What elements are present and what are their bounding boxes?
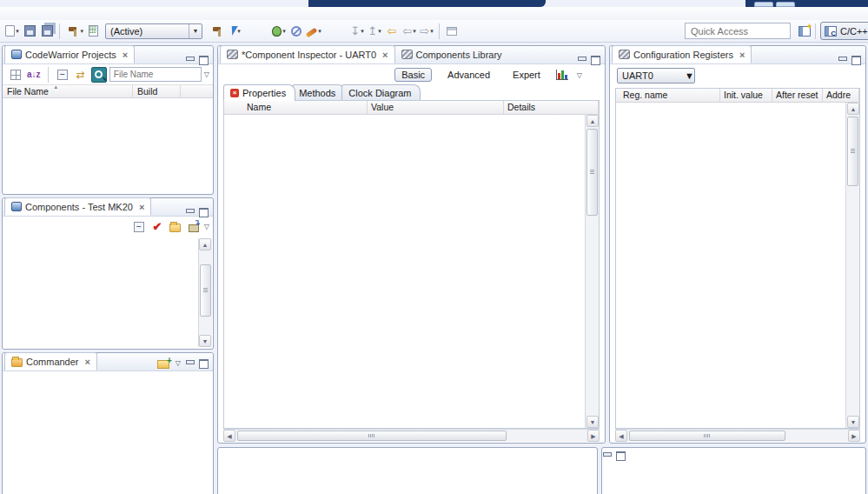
maximize-button[interactable] [591,56,600,63]
minimize-button[interactable] [577,56,586,63]
device-select[interactable]: UART0 ▼ [617,68,695,83]
bottom-right-panel [601,447,866,494]
minimize-button[interactable] [602,451,612,459]
import-project-button[interactable] [156,355,171,370]
new-file-icon [5,25,15,37]
mode-expert-button[interactable]: Expert [506,68,547,82]
quick-access-input[interactable] [685,23,791,39]
scrollbar-horizontal[interactable]: ◀ ▶ [223,429,600,442]
minimize-button[interactable] [838,56,847,63]
save-button[interactable] [21,23,38,40]
view-menu-icon[interactable]: ▽ [204,223,209,230]
flash-programmer-button[interactable]: ▾ [305,23,322,40]
last-edit-location-button[interactable]: ↧▾ [348,23,366,40]
build-button[interactable]: ▾ [67,23,84,40]
view-menu-icon[interactable]: ▽ [204,70,209,78]
column-init-value[interactable]: Init. value [720,89,772,102]
properties-table: Name Value Details ▲ ▼ [223,100,600,429]
combo-arrow-icon: ▼ [189,24,202,38]
subtab-properties[interactable]: × Properties [223,84,295,101]
open-folder-icon [157,360,169,369]
column-name[interactable]: Name [224,101,368,114]
tab-codewarrior-projects[interactable]: CodeWarrior Projects × [4,45,135,63]
mode-advanced-button[interactable]: Advanced [441,68,497,82]
file-name-filter-input[interactable] [109,67,202,82]
debug-launch-button[interactable]: ▾ [227,23,244,40]
projects-panel: CodeWarrior Projects × a↓z − ⇄ ▽ File Na… [2,45,214,195]
sort-button[interactable]: a↓z [26,67,42,83]
go-into-button[interactable]: ↥▾ [366,23,383,40]
scrollbar-vertical[interactable]: ▲ ▼ [585,115,599,428]
component-icon [401,50,413,59]
back-history-button[interactable]: ⇦ [383,23,401,40]
flash-file-button[interactable]: 010110 [84,23,102,40]
minimize-button[interactable] [185,359,195,367]
tab-components[interactable]: Components - Test MK20 × [4,197,151,216]
column-file-name[interactable]: File Name [3,85,133,97]
main-toolbar: ▾ ▾ 010110 (Active) ▼ ▾ ▾ ▾ ↧▾ ↥▾ ⇦ ⇦▾ ⇨… [0,20,868,43]
flash-run-icon [306,28,318,38]
view-layout-button[interactable] [8,67,23,83]
scrollbar-horizontal[interactable]: ◀ ▶ [615,429,860,442]
close-icon[interactable]: × [382,50,388,60]
build-config-select[interactable]: (Active) ▼ [105,23,202,39]
hammer-icon [212,25,224,37]
mode-basic-button[interactable]: Basic [394,68,432,82]
open-new-window-button[interactable] [443,23,461,40]
back-icon: ⇦ [402,25,412,37]
save-all-button[interactable] [38,23,56,40]
folder-icon [169,224,181,232]
maximize-button[interactable] [199,208,209,216]
search-button[interactable] [91,67,107,83]
save-icon [24,25,36,37]
maximize-button[interactable] [851,56,861,63]
column-reg-name[interactable]: Reg. name [616,89,720,102]
maximize-button[interactable] [199,56,209,63]
close-icon[interactable]: × [123,50,128,60]
close-icon[interactable]: × [85,357,90,367]
disconnect-button[interactable] [288,23,305,40]
close-icon[interactable]: × [139,202,144,212]
column-build[interactable]: Build [133,85,181,97]
forward-button[interactable]: ⇨▾ [418,23,435,40]
view-menu-icon[interactable]: ▽ [577,71,582,79]
maximize-button[interactable] [616,451,626,459]
go-into-icon: ↥ [368,25,377,37]
chart-icon[interactable] [556,70,568,80]
component-icon [227,50,238,59]
column-address[interactable]: Addre [823,89,859,102]
minimize-button[interactable] [185,56,195,63]
column-details[interactable]: Details [504,101,599,114]
folder-button[interactable] [168,219,183,235]
scrollbar-vertical[interactable]: ▲ ▼ [198,238,212,347]
subtab-clock-diagram[interactable]: Clock Diagram [341,84,421,101]
new-wizard-button[interactable]: ▾ [3,23,21,40]
tab-components-library[interactable]: Components Library [395,45,508,63]
commander-panel: Commander × ▽ [2,352,214,494]
back-button[interactable]: ⇦▾ [401,23,418,40]
minimize-button[interactable] [185,208,195,216]
scrollbar-vertical[interactable]: ▲ ▼ [845,103,859,428]
registers-table: Reg. name Init. value After reset Addre … [615,88,860,429]
tab-configuration-registers[interactable]: Configuration Registers × [612,45,752,63]
close-icon[interactable]: × [739,50,745,60]
subtab-methods[interactable]: Methods [292,84,345,101]
build-config-value: (Active) [110,26,142,37]
maximize-button[interactable] [199,359,209,367]
collapse-all-button[interactable]: − [55,67,70,83]
tab-component-inspector[interactable]: *Component Inspector - UART0 × [220,45,395,63]
registers-panel: Configuration Registers × UART0 ▼ Reg. n… [609,45,866,444]
import-component-button[interactable] [186,219,202,235]
new-window-icon [447,27,457,36]
debug-button[interactable]: ▾ [270,23,288,40]
tab-commander[interactable]: Commander × [4,352,97,370]
collapse-all-button[interactable]: − [131,219,147,235]
build-active-config-button[interactable] [209,23,227,40]
open-perspective-button[interactable] [796,23,813,40]
generate-code-button[interactable]: ✔ [149,219,165,235]
column-after-reset[interactable]: After reset [772,89,823,102]
link-editor-button[interactable]: ⇄ [73,67,89,83]
column-value[interactable]: Value [368,101,504,114]
cpp-perspective-button[interactable]: C/C++ [820,22,868,40]
view-menu-icon[interactable]: ▽ [176,359,181,367]
